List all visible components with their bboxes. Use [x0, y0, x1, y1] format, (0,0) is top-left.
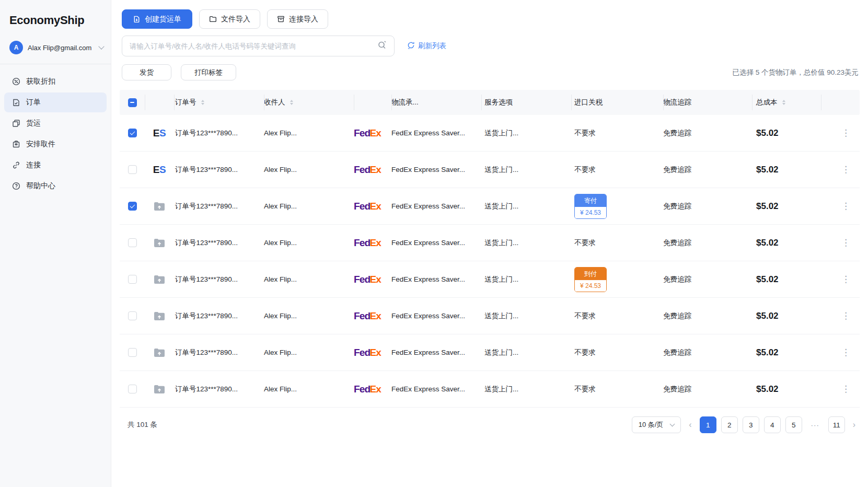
import-duty-badge: 到付 ¥ 24.53 — [574, 267, 607, 292]
sidebar-item-label: 获取折扣 — [26, 77, 55, 86]
header-service: 服务选项 — [481, 90, 571, 115]
economyship-source-logo: ES — [153, 164, 166, 176]
table-row[interactable]: ES 订单号123***7890... Alex Flip... FedEx F… — [120, 225, 860, 261]
create-shipment-label: 创建货运单 — [145, 15, 181, 24]
fedex-logo: FedEx — [354, 347, 381, 358]
sidebar-item-shipments[interactable]: 货运 — [4, 113, 107, 133]
total-cost: $5.02 — [756, 201, 779, 212]
table-footer: 共 101 条 10 条/页 ‹ 12345···11 › — [120, 414, 860, 435]
recipient-name: Alex Flip... — [264, 202, 297, 210]
table-row[interactable]: ES 订单号123***7890... Alex Flip... FedEx F… — [120, 115, 860, 152]
table-row[interactable]: ES 订单号123***7890... Alex Flip... FedEx F… — [120, 371, 860, 408]
service-option: 送货上门... — [484, 202, 518, 211]
file-import-button[interactable]: 文件导入 — [199, 9, 260, 29]
refresh-icon — [407, 41, 415, 51]
sidebar-item-orders[interactable]: 订单 — [4, 92, 107, 112]
upload-folder-icon — [154, 238, 165, 248]
row-more-button[interactable]: ⋮ — [838, 236, 853, 249]
search-box[interactable] — [122, 36, 395, 56]
page-ellipsis[interactable]: ··· — [807, 416, 824, 433]
tracking-value: 免费追踪 — [663, 202, 691, 211]
row-checkbox[interactable] — [128, 311, 137, 320]
duty-amount: ¥ 24.53 — [575, 207, 606, 218]
row-checkbox[interactable] — [128, 129, 137, 137]
fedex-logo: FedEx — [354, 384, 381, 395]
page-size-value: 10 条/页 — [639, 420, 664, 430]
table-row[interactable]: ES 订单号123***7890... Alex Flip... FedEx F… — [120, 261, 860, 298]
page-button-5[interactable]: 5 — [785, 416, 802, 433]
sidebar-item-pickup[interactable]: 安排取件 — [4, 134, 107, 154]
import-duty-badge: 寄付 ¥ 24.53 — [574, 194, 607, 219]
page-button-4[interactable]: 4 — [764, 416, 781, 433]
table-body: ES 订单号123***7890... Alex Flip... FedEx F… — [120, 115, 860, 408]
service-option: 送货上门... — [484, 165, 518, 175]
duty-type-label: 到付 — [575, 268, 606, 280]
row-checkbox[interactable] — [128, 348, 137, 357]
header-recipient[interactable]: 收件人 — [264, 90, 354, 115]
next-page-button[interactable]: › — [850, 420, 859, 430]
table-row[interactable]: ES 订单号123***7890... Alex Flip... FedEx F… — [120, 334, 860, 371]
row-checkbox[interactable] — [128, 202, 137, 211]
page-button-2[interactable]: 2 — [721, 416, 738, 433]
row-more-button[interactable]: ⋮ — [838, 309, 853, 322]
search-input[interactable] — [130, 42, 377, 50]
row-more-button[interactable]: ⋮ — [838, 126, 853, 140]
sidebar-item-help[interactable]: 帮助中心 — [4, 176, 107, 196]
duty-type-label: 寄付 — [575, 194, 606, 207]
fedex-logo: FedEx — [354, 127, 381, 139]
header-order-number[interactable]: 订单号 — [174, 90, 264, 115]
table-row[interactable]: ES 订单号123***7890... Alex Flip... FedEx F… — [120, 152, 860, 188]
orders-icon — [11, 98, 20, 107]
page-button-1[interactable]: 1 — [700, 416, 716, 433]
recipient-name: Alex Flip... — [264, 275, 297, 283]
search-row: 刷新列表 — [122, 36, 860, 56]
ship-button[interactable]: 发货 — [122, 64, 171, 80]
upload-folder-icon — [154, 384, 165, 394]
connect-import-button[interactable]: 连接导入 — [267, 9, 328, 29]
page-button-11[interactable]: 11 — [828, 416, 845, 433]
recipient-name: Alex Flip... — [264, 166, 297, 173]
select-all-checkbox[interactable] — [128, 98, 137, 107]
table-row[interactable]: ES 订单号123***7890... Alex Flip... FedEx F… — [120, 188, 860, 225]
sort-icon[interactable] — [782, 100, 785, 106]
sidebar-item-label: 连接 — [26, 160, 41, 170]
row-more-button[interactable]: ⋮ — [838, 273, 853, 286]
refresh-list-label: 刷新列表 — [418, 41, 446, 51]
order-number: 订单号123***7890... — [175, 238, 238, 248]
total-count: 共 101 条 — [128, 420, 157, 430]
row-checkbox[interactable] — [128, 385, 137, 393]
service-option: 送货上门... — [484, 311, 518, 321]
search-icon[interactable] — [377, 40, 387, 52]
recipient-name: Alex Flip... — [264, 385, 297, 393]
row-checkbox[interactable] — [128, 165, 137, 174]
header-total-cost[interactable]: 总成本 — [752, 90, 821, 115]
sidebar-item-connections[interactable]: 连接 — [4, 155, 107, 175]
create-shipment-button[interactable]: 创建货运单 — [122, 9, 192, 29]
prev-page-button[interactable]: ‹ — [686, 420, 695, 430]
row-checkbox[interactable] — [128, 238, 137, 247]
upload-folder-icon — [154, 311, 165, 321]
print-labels-button[interactable]: 打印标签 — [181, 64, 236, 80]
sidebar-nav: 获取折扣 订单 货运 安排取件 — [0, 72, 111, 196]
page-size-select[interactable]: 10 条/页 — [632, 416, 681, 433]
recipient-name: Alex Flip... — [264, 129, 297, 137]
refresh-list-link[interactable]: 刷新列表 — [407, 41, 446, 51]
tracking-value: 免费追踪 — [663, 385, 691, 394]
row-more-button[interactable]: ⋮ — [838, 382, 853, 396]
page-button-3[interactable]: 3 — [743, 416, 759, 433]
action-row: 发货 打印标签 已选择 5 个货物订单，总价值 90.23美元 — [122, 64, 860, 80]
row-more-button[interactable]: ⋮ — [838, 346, 853, 359]
sidebar-item-discounts[interactable]: 获取折扣 — [4, 72, 107, 91]
total-cost: $5.02 — [756, 238, 779, 248]
sort-icon[interactable] — [201, 100, 204, 106]
help-icon — [11, 182, 20, 191]
sort-icon[interactable] — [290, 100, 293, 106]
row-more-button[interactable]: ⋮ — [838, 200, 853, 213]
app-logo: EconomyShip — [0, 0, 111, 38]
order-number: 订单号123***7890... — [175, 311, 238, 321]
row-checkbox[interactable] — [128, 275, 137, 284]
fedex-logo: FedEx — [354, 274, 381, 285]
table-row[interactable]: ES 订单号123***7890... Alex Flip... FedEx F… — [120, 298, 860, 334]
account-menu[interactable]: A Alax Flip@gmail.com — [0, 38, 111, 64]
row-more-button[interactable]: ⋮ — [838, 163, 853, 176]
